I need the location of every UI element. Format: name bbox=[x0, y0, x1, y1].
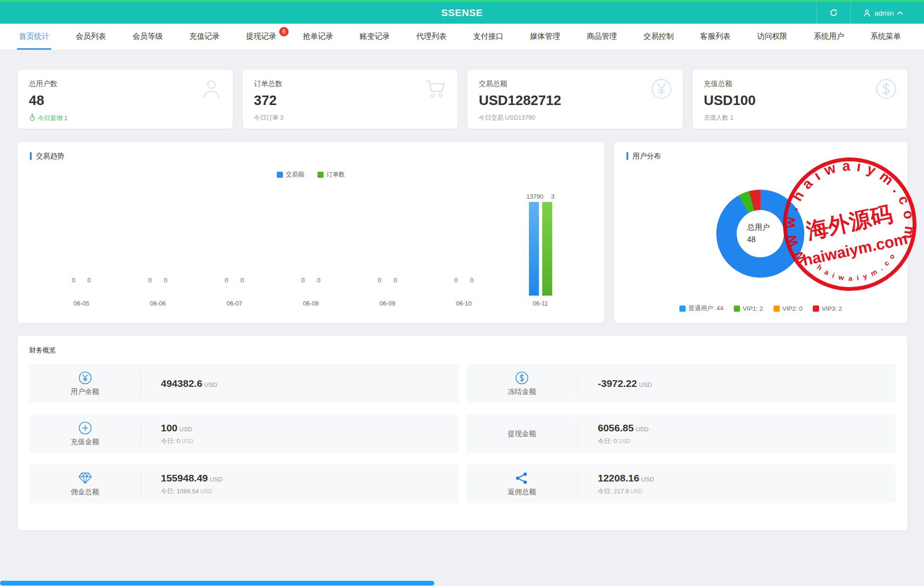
finance-overview-title: 财务概览 bbox=[29, 346, 896, 355]
horizontal-scrollbar bbox=[0, 580, 924, 586]
yen-circle-icon bbox=[79, 371, 92, 385]
chart-column: 137903 06-11 bbox=[502, 181, 579, 307]
tab-order-grab-records[interactable]: 抢单记录 bbox=[290, 24, 346, 50]
legend-swatch-blue bbox=[277, 172, 283, 178]
notification-badge: 6 bbox=[279, 27, 289, 36]
trend-chart-title: 交易趋势 bbox=[30, 152, 592, 160]
tab-home-stats[interactable]: 首页统计 bbox=[6, 24, 62, 50]
donut-center-label: 总用户 48 bbox=[737, 210, 784, 257]
donut-legend: 普通用户: 44 VIP1: 2 VIP2: 0 VIP3: 2 bbox=[614, 304, 907, 313]
total-trade-value: USD1282712 bbox=[479, 93, 671, 108]
total-users-value: 48 bbox=[29, 93, 221, 108]
bar-group-06-11 bbox=[529, 202, 552, 296]
cart-icon bbox=[424, 78, 447, 102]
legend-swatch-blue bbox=[679, 306, 686, 312]
person-icon bbox=[863, 9, 871, 17]
trend-chart-card: 交易趋势 交易额 订单数 00 06-05 00 06-06 00 06-07 … bbox=[18, 142, 604, 323]
chart-column: 00 06-06 bbox=[120, 181, 196, 307]
tab-agent-list[interactable]: 代理列表 bbox=[403, 24, 460, 50]
finance-item-user-balance: 用户余额 494382.6USD bbox=[29, 364, 459, 403]
legend-item-trade-amount[interactable]: 交易额 bbox=[277, 170, 304, 179]
yen-icon bbox=[651, 78, 672, 102]
legend-swatch-orange bbox=[774, 306, 780, 312]
user-distribution-card: 用户分布 总用户 48 普通用户: 44 VIP1: 2 VIP2: 0 VIP… bbox=[614, 142, 907, 323]
finance-overview-card: 财务概览 用户余额 494382.6USD 冻结金额 bbox=[18, 336, 907, 530]
legend-item-vip1[interactable]: VIP1: 2 bbox=[734, 304, 763, 313]
legend-item-normal-users[interactable]: 普通用户: 44 bbox=[679, 304, 723, 313]
bar-chart-plot: 00 06-05 00 06-06 00 06-07 00 06-08 00 0… bbox=[30, 181, 592, 307]
dollar-circle-icon bbox=[515, 371, 528, 385]
finance-grid: 用户余额 494382.6USD 冻结金额 -3972.22USD bbox=[29, 364, 896, 503]
tab-member-level[interactable]: 会员等级 bbox=[119, 24, 176, 50]
total-orders-value: 372 bbox=[254, 93, 447, 108]
legend-item-vip3[interactable]: VIP3: 2 bbox=[813, 304, 842, 313]
tab-product-management[interactable]: 商品管理 bbox=[573, 24, 630, 50]
chart-column: 00 06-05 bbox=[43, 181, 120, 307]
tab-media-management[interactable]: 媒体管理 bbox=[517, 24, 573, 50]
tab-system-users[interactable]: 系统用户 bbox=[801, 24, 857, 50]
tab-service-list[interactable]: 客服列表 bbox=[687, 24, 744, 50]
legend-swatch-green bbox=[317, 172, 324, 178]
finance-item-withdraw-amount: 提现金额 6056.85USD 今日: 0USD bbox=[466, 414, 896, 453]
tab-withdraw-records[interactable]: 提现记录6 bbox=[233, 24, 290, 50]
chart-column: 00 06-08 bbox=[273, 181, 349, 307]
stat-card-total-users: 总用户数 48 今日新增 1 bbox=[18, 70, 233, 129]
bar-order-count bbox=[542, 202, 552, 296]
flame-icon bbox=[29, 114, 35, 122]
finance-item-rebate-total: 返佣总额 12208.16USD 今日: 217.9USD bbox=[466, 464, 896, 503]
app-title: SSENSE bbox=[0, 2, 924, 24]
chart-column: 00 06-07 bbox=[196, 181, 273, 307]
tab-system-menu[interactable]: 系统菜单 bbox=[857, 24, 914, 50]
donut-chart: 总用户 48 bbox=[716, 190, 804, 278]
diamond-icon bbox=[78, 472, 92, 485]
app-header: SSENSE admin bbox=[0, 2, 924, 24]
stat-card-total-orders: 订单总数 372 今日订单 3 bbox=[243, 70, 458, 129]
total-recharge-value: USD100 bbox=[704, 93, 897, 108]
user-icon bbox=[201, 78, 222, 102]
tab-balance-change-records[interactable]: 账变记录 bbox=[346, 24, 403, 50]
user-menu[interactable]: admin bbox=[851, 2, 915, 24]
finance-item-recharge-amount: 充值金额 100USD 今日: 0USD bbox=[29, 414, 459, 453]
tab-trade-control[interactable]: 交易控制 bbox=[630, 24, 687, 50]
bar-trade-amount bbox=[529, 202, 539, 296]
stat-card-total-recharge: 充值总额 USD100 充值人数 1 bbox=[693, 70, 908, 129]
tab-member-list[interactable]: 会员列表 bbox=[62, 24, 119, 50]
finance-item-frozen-amount: 冻结金额 -3972.22USD bbox=[466, 364, 896, 403]
tab-payment-api[interactable]: 支付接口 bbox=[460, 24, 517, 50]
refresh-button[interactable] bbox=[817, 2, 850, 24]
username: admin bbox=[874, 9, 894, 17]
main-nav: 首页统计 会员列表 会员等级 充值记录 提现记录6 抢单记录 账变记录 代理列表… bbox=[0, 24, 924, 50]
stat-card-total-trade: 交易总额 USD1282712 今日交易 USD13790 bbox=[467, 70, 683, 129]
legend-item-order-count[interactable]: 订单数 bbox=[317, 170, 345, 179]
trend-legend: 交易额 订单数 bbox=[30, 170, 592, 179]
finance-item-commission-total: 佣金总额 155948.49USD 今日: 1089.54USD bbox=[29, 464, 459, 503]
legend-item-vip2[interactable]: VIP2: 0 bbox=[774, 304, 803, 313]
legend-swatch-red bbox=[813, 306, 819, 312]
donut-chart-title: 用户分布 bbox=[626, 152, 895, 160]
refresh-icon bbox=[829, 9, 838, 17]
plus-circle-icon bbox=[79, 421, 92, 435]
scrollbar-thumb[interactable] bbox=[0, 581, 434, 586]
tab-recharge-records[interactable]: 充值记录 bbox=[176, 24, 233, 50]
stat-cards-row: 总用户数 48 今日新增 1 订单总数 372 今日订单 3 交易总额 USD1… bbox=[18, 70, 907, 129]
legend-swatch-green bbox=[734, 306, 740, 312]
chevron-up-icon bbox=[897, 11, 903, 15]
share-icon bbox=[515, 472, 528, 485]
chart-column: 00 06-09 bbox=[349, 181, 426, 307]
dollar-icon bbox=[875, 78, 897, 102]
chart-column: 00 06-10 bbox=[426, 181, 502, 307]
tab-access-permission[interactable]: 访问权限 bbox=[744, 24, 801, 50]
